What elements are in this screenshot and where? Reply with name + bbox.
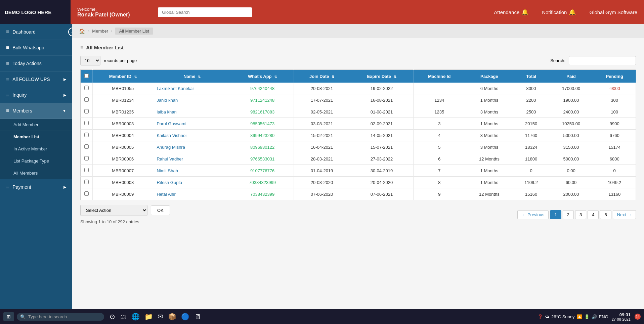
breadcrumb-all-member-list[interactable]: All Member List [115,28,153,35]
taskbar-mail-icon[interactable]: ✉ [158,313,163,321]
cell-total: 8000 [513,83,549,94]
cell-phone[interactable]: 9711241248 [231,94,294,106]
cell-name[interactable]: Hetal Ahir [153,188,231,200]
sidebar-sub-add-member[interactable]: Add Member [0,119,72,131]
header-name[interactable]: Name ⇅ [153,70,231,83]
cell-phone[interactable]: 7038432399 [231,188,294,200]
page-5-button[interactable]: 5 [600,210,611,219]
cell-name[interactable]: Nimit Shah [153,165,231,177]
notification-count-badge[interactable]: 14 [634,314,641,320]
select-all-checkbox[interactable] [84,74,89,78]
next-button[interactable]: Next → [613,210,636,219]
cell-name[interactable]: Parul Goswami [153,118,231,130]
cell-phone[interactable]: 9764240448 [231,83,294,94]
showing-entries: Showing 1 to 10 of 292 entries [80,219,170,224]
page-1-button[interactable]: 1 [550,210,561,219]
header-whatsapp[interactable]: What's App ⇅ [231,70,294,83]
sidebar: ◀ ≡ Dashboard ≡ Bulk Whatsapp ≡ Today Ac… [0,24,72,309]
taskbar-cortana-icon[interactable]: ⊙ [110,313,115,321]
cell-phone[interactable]: 9821617883 [231,106,294,118]
sidebar-item-follow-ups[interactable]: ≡ All FOLLOW UPS ▶ [0,72,72,87]
attendance-link[interactable]: Attendance 🔔 [494,9,528,16]
cell-name[interactable]: Rahul Vadher [153,153,231,165]
cell-phone[interactable]: 9766533031 [231,153,294,165]
table-body: MBR01055 Laxmikant Kanekar 9764240448 20… [81,83,636,200]
page-4-button[interactable]: 4 [588,210,599,219]
page-3-button[interactable]: 3 [575,210,586,219]
row-checkbox-0[interactable] [84,86,89,90]
ok-button[interactable]: OK [151,205,170,215]
row-checkbox-6[interactable] [84,156,89,160]
global-search-input[interactable] [158,7,252,17]
logo-text: DEMO LOGO HERE [5,9,51,15]
row-checkbox-3[interactable] [84,121,89,125]
prev-button[interactable]: ← Previous [517,210,549,219]
taskbar-search-label: Type here to search [28,314,67,319]
action-select[interactable]: Select Action [80,205,147,216]
taskbar-app-icon[interactable]: 🖥 [194,313,201,321]
cell-member-id: MBR01234 [93,94,153,106]
volume-icon[interactable]: 🔊 [592,314,597,319]
start-button[interactable]: ⊞ [3,312,14,321]
row-checkbox-5[interactable] [84,144,89,149]
taskbar-search[interactable]: 🔍 Type here to search [17,313,104,321]
taskbar-files-icon[interactable]: 🗂 [120,313,127,321]
sidebar-sub-member-list[interactable]: Member List [0,131,72,143]
help-icon[interactable]: ❓ [538,314,543,319]
header-expire-date[interactable]: Expire Date ⇅ [350,70,413,83]
cell-name[interactable]: Anurag Mishra [153,141,231,153]
sidebar-item-dashboard[interactable]: ≡ Dashboard [0,24,72,40]
table-row: MBR00003 Parul Goswami 9850561473 03-08-… [81,118,636,130]
cell-machine-id: 3 [414,118,465,130]
sidebar-item-payment[interactable]: ≡ Payment ▶ [0,179,72,195]
sidebar-sub-all-members[interactable]: All Members [0,167,72,179]
home-icon[interactable]: 🏠 [79,28,85,34]
sidebar-sub-inactive-member[interactable]: In Active Member [0,143,72,155]
records-per-page-select[interactable]: 10 25 50 100 [80,56,100,65]
global-search-bar[interactable] [158,7,252,17]
cell-member-id: MBR00007 [93,165,153,177]
sidebar-item-today-actions[interactable]: ≡ Today Actions [0,56,72,72]
page-2-button[interactable]: 2 [563,210,574,219]
cell-phone[interactable]: 9107776776 [231,165,294,177]
table-row: MBR00009 Hetal Ahir 7038432399 07-06-202… [81,188,636,200]
notification-link[interactable]: Notification 🔔 [542,9,576,16]
cell-member-id: MBR00009 [93,188,153,200]
notification-count: 14 [635,314,641,320]
cell-name[interactable]: laiba khan [153,106,231,118]
cell-phone[interactable]: 8096930122 [231,141,294,153]
cell-phone[interactable]: 9850561473 [231,118,294,130]
cell-name[interactable]: Kailash Vishnoi [153,130,231,141]
cell-phone[interactable]: 70384323999 [231,177,294,188]
row-checkbox-1[interactable] [84,97,89,102]
cell-paid: 2000.00 [549,188,593,200]
sidebar-item-bulk-whatsapp[interactable]: ≡ Bulk Whatsapp [0,40,72,56]
row-checkbox-7[interactable] [84,168,89,172]
header-join-date[interactable]: Join Date ⇅ [294,70,350,83]
header-member-id[interactable]: Member ID ⇅ [93,70,153,83]
row-checkbox-9[interactable] [84,191,89,196]
taskbar-chrome-icon[interactable]: 🔵 [181,313,189,321]
taskbar-folder-icon[interactable]: 📁 [144,313,153,321]
row-checkbox-8[interactable] [84,180,89,184]
table-row: MBR00006 Rahul Vadher 9766533031 28-03-2… [81,153,636,165]
cell-paid: 0.00 [549,165,593,177]
row-checkbox-cell [81,130,93,141]
sidebar-item-inquiry[interactable]: ≡ Inquiry ▶ [0,87,72,103]
cell-pending: 6800 [593,153,636,165]
cell-name[interactable]: Ritesh Gupta [153,177,231,188]
cell-join-date: 28-03-2021 [294,153,350,165]
cell-name[interactable]: Laxmikant Kanekar [153,83,231,94]
sidebar-item-members[interactable]: ≡ Members ▼ [0,103,72,119]
row-checkbox-2[interactable] [84,109,89,113]
table-search-input[interactable] [569,56,636,65]
cell-phone[interactable]: 8999423280 [231,130,294,141]
sidebar-sub-list-package[interactable]: List Package Type [0,155,72,167]
cell-pending: 9900 [593,118,636,130]
taskbar-edge-icon[interactable]: 🌐 [131,313,140,321]
taskbar-dropbox-icon[interactable]: 📦 [168,313,176,321]
row-checkbox-4[interactable] [84,133,89,137]
cell-name[interactable]: Jahid khan [153,94,231,106]
payment-arrow: ▶ [63,185,66,189]
breadcrumb-member[interactable]: Member [92,29,108,34]
